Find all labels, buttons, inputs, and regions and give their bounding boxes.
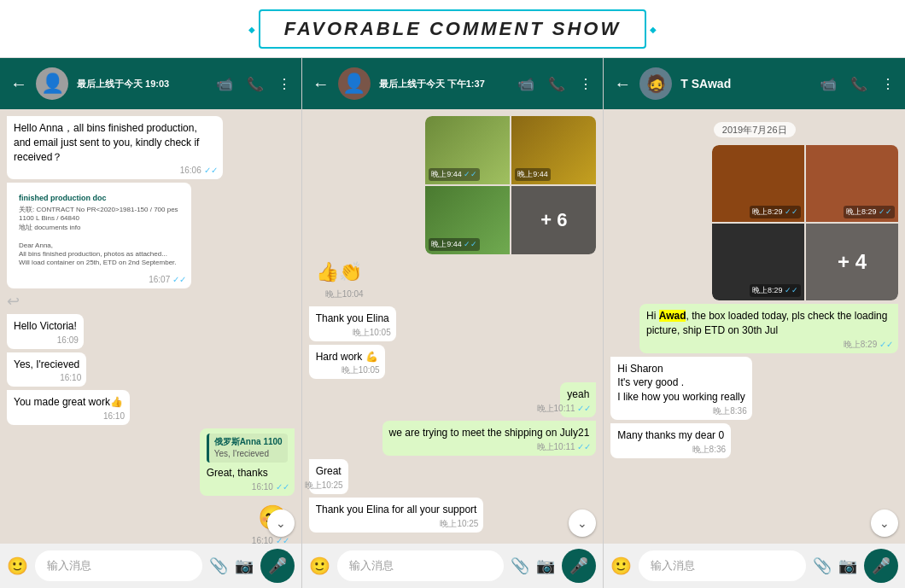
msg-yeah: yeah 晚上10:11 ✓✓	[560, 382, 596, 417]
photo-grid-sent: 晚上8:29 ✓✓ 晚上8:29 ✓✓ 晚上8:29 ✓✓ + 4	[712, 145, 898, 300]
img-cell-1: 晚上9:44 ✓✓	[425, 116, 510, 184]
msg-hi-awad: Hi Awad, the box loaded today, pls check…	[639, 304, 898, 353]
video-icon-2[interactable]: 📹	[517, 76, 534, 92]
scroll-down-3[interactable]: ⌄	[871, 509, 898, 537]
chat-body-1: Hello Anna，all bins finished production,…	[0, 109, 301, 544]
chat-header-2: ← 👤 最后上线于今天 下午1:37 📹 📞 ⋮	[302, 58, 604, 109]
msg-emoji-thumbs: 👍👏 晚上10:04	[309, 258, 369, 303]
chat-header-3: ← 🧔 T SAwad 📹 📞 ⋮	[604, 58, 905, 109]
date-divider-3: 2019年7月26日	[610, 121, 898, 137]
photo-cell-2: 晚上8:29 ✓✓	[806, 145, 898, 222]
chat-panel-1: ← 👤 最后上线于今天 19:03 📹 📞 ⋮ Hello Anna，all b…	[0, 58, 302, 588]
menu-icon-2[interactable]: ⋮	[579, 76, 593, 92]
img-cell-3: 晚上9:44 ✓✓	[425, 186, 510, 254]
message-input-3[interactable]: 输入消息	[639, 550, 806, 581]
msg-hard-work: Hard work 💪 晚上10:05	[309, 345, 385, 380]
msg-thank-elina-1: Thank you Elina 晚上10:05	[309, 306, 396, 341]
video-icon-3[interactable]: 📹	[820, 76, 837, 92]
header-icons-3: 📹 📞 ⋮	[820, 76, 895, 92]
attach-icon-2[interactable]: 📎	[511, 556, 529, 575]
mic-button-3[interactable]: 🎤	[864, 549, 898, 583]
img-cell-2: 晚上9:44	[511, 116, 596, 184]
mic-button-2[interactable]: 🎤	[562, 549, 596, 583]
camera-icon-1[interactable]: 📷	[235, 556, 254, 575]
mic-button-1[interactable]: 🎤	[260, 549, 295, 583]
chat-panel-3: ← 🧔 T SAwad 📹 📞 ⋮ 2019年7月26日 晚上8:29	[604, 58, 905, 588]
banner-box: FAVORABLE COMMENT SHOW	[259, 9, 646, 49]
avatar-3: 🧔	[639, 67, 672, 100]
msg-hello-victoria: Hello Victoria! 16:09	[7, 314, 84, 349]
chat-panel-2: ← 👤 最后上线于今天 下午1:37 📹 📞 ⋮ 晚上9:44 ✓✓	[302, 58, 604, 588]
img-cell-plus: + 6	[511, 186, 596, 254]
photo-cell-3: 晚上8:29 ✓✓	[712, 224, 804, 300]
avatar-2: 👤	[338, 67, 371, 100]
attach-icon-1[interactable]: 📎	[209, 556, 228, 575]
msg-great-work: You made great work👍 16:10	[7, 390, 130, 425]
scroll-down-1[interactable]: ⌄	[267, 509, 295, 537]
doc-bubble-1: finished production doc 关联: CONTRACT No …	[7, 183, 191, 288]
back-button-1[interactable]: ←	[10, 74, 27, 94]
msg-great-thanks: 俄罗斯Anna 1100 Yes, I'recieved Great, than…	[200, 428, 295, 496]
chat-input-bar-3: 🙂 输入消息 📎 📷 🎤	[604, 544, 905, 588]
phone-icon-1[interactable]: 📞	[247, 76, 264, 92]
menu-icon-1[interactable]: ⋮	[277, 76, 291, 92]
emoji-button-2[interactable]: 🙂	[309, 556, 330, 576]
menu-icon-3[interactable]: ⋮	[881, 76, 895, 92]
banner: FAVORABLE COMMENT SHOW	[0, 0, 905, 58]
msg-many-thanks: Many thanks my dear 0 晚上8:36	[610, 423, 731, 458]
message-input-2[interactable]: 输入消息	[337, 550, 505, 581]
chat-input-bar-2: 🙂 输入消息 📎 📷 🎤	[302, 544, 604, 588]
msg-hi-sharon: Hi Sharon It's very good . I like how yo…	[610, 357, 751, 420]
forward-icon[interactable]: ↩	[7, 292, 20, 311]
header-name-2: 最后上线于今天 下午1:37	[379, 78, 510, 90]
back-button-2[interactable]: ←	[312, 74, 330, 94]
header-info-3: T SAwad	[680, 77, 811, 90]
attach-icon-3[interactable]: 📎	[813, 556, 832, 575]
header-icons-2: 📹 📞 ⋮	[517, 76, 593, 92]
avatar-1: 👤	[36, 67, 68, 100]
header-name-3: T SAwad	[680, 77, 811, 90]
quoted-msg: 俄罗斯Anna 1100 Yes, I'recieved	[207, 434, 288, 463]
msg-shipping: we are trying to meet the shipping on Ju…	[382, 421, 597, 456]
emoji-button-3[interactable]: 🙂	[610, 556, 632, 576]
header-icons-1: 📹 📞 ⋮	[216, 76, 291, 92]
img-grid-sent: 晚上9:44 ✓✓ 晚上9:44 晚上9:44 ✓✓ + 6	[425, 116, 596, 254]
msg-thank-support: Thank you Elina for all your support 晚上1…	[309, 498, 484, 533]
camera-icon-3[interactable]: 📷	[838, 556, 857, 575]
chat-input-bar-1: 🙂 输入消息 📎 📷 🎤	[0, 544, 301, 588]
msg-great-2: Great 晚上10:25	[309, 459, 348, 494]
video-icon-1[interactable]: 📹	[216, 76, 233, 92]
chats-container: ← 👤 最后上线于今天 19:03 📹 📞 ⋮ Hello Anna，all b…	[0, 58, 905, 588]
chat-body-2: 晚上9:44 ✓✓ 晚上9:44 晚上9:44 ✓✓ + 6 👍👏 晚上10:0…	[302, 109, 604, 544]
header-name-1: 最后上线于今天 19:03	[77, 78, 207, 90]
msg-yes-recieved-1: Yes, I'recieved 16:10	[7, 352, 86, 387]
banner-title: FAVORABLE COMMENT SHOW	[284, 18, 621, 39]
highlight-awad: Awad	[659, 310, 686, 322]
chat-header-1: ← 👤 最后上线于今天 19:03 📹 📞 ⋮	[0, 58, 301, 109]
photo-cell-plus: + 4	[806, 224, 898, 300]
header-info-1: 最后上线于今天 19:03	[77, 78, 207, 90]
phone-icon-2[interactable]: 📞	[548, 76, 565, 92]
camera-icon-2[interactable]: 📷	[536, 556, 555, 575]
msg-received-1: Hello Anna，all bins finished production,…	[7, 116, 223, 179]
forward-area: ↩	[7, 292, 295, 311]
chat-body-3: 2019年7月26日 晚上8:29 ✓✓ 晚上8:29 ✓✓ 晚上8:29 ✓✓…	[604, 109, 905, 544]
header-info-2: 最后上线于今天 下午1:37	[379, 78, 510, 90]
emoji-button-1[interactable]: 🙂	[7, 556, 28, 576]
message-input-1[interactable]: 输入消息	[35, 550, 202, 581]
back-button-3[interactable]: ←	[614, 74, 631, 94]
phone-icon-3[interactable]: 📞	[850, 76, 867, 92]
photo-cell-1: 晚上8:29 ✓✓	[712, 145, 804, 222]
